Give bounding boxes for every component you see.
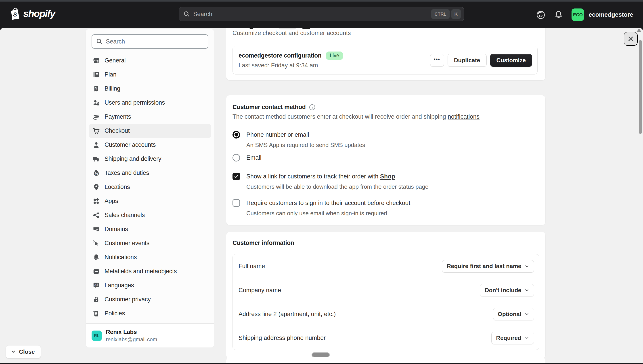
global-search-bar[interactable]: Search CTRL K bbox=[179, 7, 464, 21]
sidebar-item-domains[interactable]: Domains bbox=[89, 222, 211, 236]
store-avatar-badge[interactable]: ECO bbox=[571, 8, 584, 21]
plan-icon bbox=[92, 70, 101, 79]
company-name-select[interactable]: Don't include bbox=[480, 284, 534, 296]
dismiss-overlay-button[interactable] bbox=[624, 32, 638, 46]
scrollbar-up-arrow[interactable] bbox=[636, 28, 641, 32]
shopify-wordmark: shopify bbox=[23, 8, 55, 19]
checkbox-track-order-shop[interactable]: Show a link for customers to track their… bbox=[233, 173, 539, 180]
notifications-bell-icon[interactable] bbox=[554, 10, 563, 19]
row-label: Company name bbox=[239, 287, 281, 294]
checkbox-help-text: Customers will be able to download the a… bbox=[246, 183, 539, 190]
sidebar-item-billing[interactable]: $ Billing bbox=[89, 82, 211, 96]
sidebar-item-general[interactable]: General bbox=[89, 54, 211, 68]
clipped-heading-fragment bbox=[302, 28, 310, 29]
sidebar-item-users-permissions[interactable]: Users and permissions bbox=[89, 96, 211, 110]
live-status-badge: Live bbox=[326, 52, 343, 60]
more-actions-button[interactable]: ••• bbox=[430, 54, 444, 67]
notifications-link[interactable]: notifications bbox=[448, 113, 480, 120]
users-icon bbox=[92, 98, 101, 107]
shop-link[interactable]: Shop bbox=[380, 173, 395, 180]
shipping-phone-select[interactable]: Required bbox=[491, 332, 534, 344]
sidebar-item-policies[interactable]: Policies bbox=[89, 306, 211, 320]
description-text: The contact method customers enter at ch… bbox=[233, 113, 448, 120]
checkbox-label-text: Show a link for customers to track their… bbox=[246, 173, 380, 180]
avatar: RL bbox=[92, 330, 102, 341]
sidebar-item-metafields[interactable]: Metafields and metaobjects bbox=[89, 264, 211, 278]
checkout-cart-icon bbox=[92, 127, 101, 135]
scrollbar-thumb[interactable] bbox=[639, 40, 642, 134]
cursor-spark-icon bbox=[92, 239, 101, 248]
svg-text:$: $ bbox=[95, 86, 97, 90]
sidebar-item-notifications[interactable]: Notifications bbox=[89, 250, 211, 264]
close-label: Close bbox=[19, 348, 35, 355]
sidebar-item-locations[interactable]: Locations bbox=[89, 180, 211, 194]
sidebar-item-apps[interactable]: Apps bbox=[89, 194, 211, 208]
last-saved-text: Last saved: Friday at 9:34 am bbox=[239, 62, 343, 69]
global-search-placeholder: Search bbox=[193, 11, 430, 18]
sidebar-item-checkout[interactable]: Checkout bbox=[89, 124, 211, 138]
browser-cursor-icon bbox=[92, 225, 101, 234]
bell-icon bbox=[92, 253, 101, 262]
browser-chrome-strip bbox=[0, 0, 643, 2]
sidebar-item-customer-accounts[interactable]: Customer accounts bbox=[89, 138, 211, 152]
configurations-subtitle: Customize checkout and customer accounts bbox=[233, 30, 351, 36]
settings-overlay: General Plan $ Billing Users and permiss… bbox=[0, 28, 643, 363]
info-row-company-name: Company name Don't include bbox=[233, 278, 539, 302]
sidebar-item-label: Plan bbox=[105, 71, 116, 78]
clipped-heading-fragment bbox=[250, 28, 253, 29]
sidekick-assistant-icon[interactable] bbox=[536, 10, 546, 20]
sidebar-item-sales-channels[interactable]: Sales channels bbox=[89, 208, 211, 222]
sidebar-item-label: Customer privacy bbox=[105, 296, 151, 303]
customer-information-card: Customer information Full name Require f… bbox=[226, 232, 545, 359]
sidebar-item-label: Policies bbox=[105, 310, 125, 317]
radio-selected-icon[interactable] bbox=[233, 131, 240, 138]
sidebar-item-payments[interactable]: Payments bbox=[89, 110, 211, 124]
sidebar-item-label: Shipping and delivery bbox=[105, 156, 161, 162]
language-bubble-icon: A bbox=[92, 281, 101, 290]
sidebar-item-customer-privacy[interactable]: Customer privacy bbox=[89, 292, 211, 306]
svg-text:A: A bbox=[94, 283, 97, 286]
lock-icon bbox=[92, 295, 101, 304]
sidebar-search-input[interactable] bbox=[106, 38, 204, 45]
info-icon[interactable] bbox=[309, 104, 316, 111]
sidebar-item-shipping-delivery[interactable]: Shipping and delivery bbox=[89, 152, 211, 166]
scroll-drag-handle[interactable] bbox=[312, 352, 330, 357]
radio-option-phone-or-email[interactable]: Phone number or email bbox=[233, 131, 539, 138]
sidebar-item-plan[interactable]: Plan bbox=[89, 68, 211, 82]
sidebar-search-field[interactable] bbox=[92, 34, 208, 48]
store-name[interactable]: ecomedgestore bbox=[588, 12, 633, 18]
shopify-logo[interactable]: S shopify bbox=[10, 7, 55, 20]
sidebar-item-label: Sales channels bbox=[105, 212, 145, 218]
full-name-select[interactable]: Require first and last name bbox=[442, 260, 534, 272]
sidebar-item-languages[interactable]: A Languages bbox=[89, 278, 211, 292]
chevron-down-icon bbox=[524, 288, 529, 293]
shopify-bag-icon: S bbox=[10, 7, 21, 20]
address-line-2-select[interactable]: Optional bbox=[493, 308, 534, 320]
select-value: Don't include bbox=[485, 287, 521, 294]
svg-text:S: S bbox=[13, 11, 17, 18]
section-title: Customer contact method bbox=[233, 104, 306, 111]
sidebar-item-customer-events[interactable]: Customer events bbox=[89, 236, 211, 250]
search-icon bbox=[96, 38, 103, 45]
sidebar-item-taxes-duties[interactable]: % Taxes and duties bbox=[89, 166, 211, 180]
radio-label: Email bbox=[246, 154, 262, 161]
configuration-name: ecomedgestore configuration bbox=[239, 52, 321, 59]
close-settings-button[interactable]: Close bbox=[6, 345, 41, 358]
duplicate-button[interactable]: Duplicate bbox=[448, 54, 487, 67]
checkbox-unchecked-icon[interactable] bbox=[233, 199, 240, 207]
customize-button[interactable]: Customize bbox=[490, 54, 532, 67]
customer-contact-method-card: Customer contact method The contact meth… bbox=[226, 95, 545, 225]
radio-unselected-icon[interactable] bbox=[233, 154, 240, 162]
person-icon bbox=[92, 141, 101, 149]
sidebar-item-label: Domains bbox=[105, 226, 128, 233]
section-title: Customer information bbox=[233, 240, 539, 246]
close-icon bbox=[627, 36, 634, 42]
radio-option-email[interactable]: Email bbox=[233, 154, 539, 162]
search-icon bbox=[183, 11, 190, 18]
checkbox-require-sign-in[interactable]: Require customers to sign in to their ac… bbox=[233, 199, 539, 207]
account-email: renixlabs@gmail.com bbox=[106, 336, 157, 342]
sidebar-item-label: Languages bbox=[105, 282, 134, 289]
sidebar-item-label: Taxes and duties bbox=[105, 170, 149, 176]
account-footer[interactable]: RL Renix Labs renixlabs@gmail.com bbox=[86, 324, 214, 348]
checkbox-checked-icon[interactable] bbox=[233, 173, 240, 180]
